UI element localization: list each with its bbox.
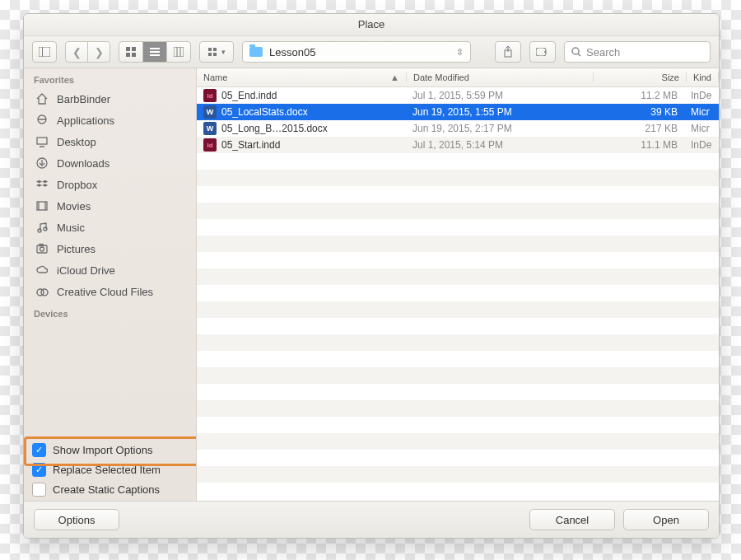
file-kind: Micr	[684, 123, 719, 134]
svg-rect-15	[213, 53, 217, 56]
column-label: Kind	[693, 72, 711, 82]
sidebar-toggle[interactable]	[32, 41, 57, 63]
arrange-menu[interactable]: ▾	[199, 41, 234, 63]
svg-point-32	[40, 247, 44, 251]
empty-rows	[197, 153, 719, 499]
sidebar-item-label: Dropbox	[57, 179, 97, 191]
column-date[interactable]: Date Modified	[407, 72, 594, 82]
view-mode-segment[interactable]	[119, 41, 191, 63]
column-headers[interactable]: Name▲ Date Modified Size Kind	[197, 68, 719, 87]
file-row[interactable]: 05_End.indd Jul 1, 2015, 5:59 PM 11.2 MB…	[197, 87, 719, 104]
view-icons-button[interactable]	[119, 42, 143, 62]
sidebar-item-dropbox[interactable]: Dropbox	[24, 174, 196, 195]
place-dialog: Place ❮ ❯ ▾ Lesson05 ⇳ Search	[23, 13, 720, 539]
file-name: 05_Start.indd	[221, 139, 280, 151]
svg-rect-4	[126, 53, 130, 57]
svg-point-29	[38, 229, 41, 232]
file-row-selected[interactable]: 05_LocalStats.docx Jun 19, 2015, 1:55 PM…	[197, 104, 719, 120]
column-label: Size	[662, 72, 679, 82]
option-label: Replace Selected Item	[53, 464, 161, 476]
word-file-icon	[203, 105, 217, 119]
window-title: Place	[24, 14, 719, 36]
svg-rect-3	[132, 47, 136, 51]
sidebar-item-label: iCloud Drive	[57, 264, 115, 277]
replace-selected-item-checkbox[interactable]: Replace Selected Item	[32, 460, 188, 479]
option-label: Create Static Captions	[53, 483, 160, 496]
sidebar-item-downloads[interactable]: Downloads	[24, 152, 196, 174]
sidebar-item-music[interactable]: Music	[24, 217, 196, 238]
svg-rect-13	[213, 48, 217, 51]
sidebar-item-label: Movies	[57, 200, 91, 212]
sidebar-item-label: Pictures	[57, 243, 96, 255]
svg-rect-2	[126, 47, 130, 51]
sidebar-item-label: Applications	[57, 114, 114, 127]
view-list-button[interactable]	[143, 42, 167, 62]
chevron-updown-icon: ⇳	[456, 47, 464, 58]
nav-forward-button[interactable]: ❯	[88, 42, 110, 62]
sidebar-item-creative-cloud[interactable]: Creative Cloud Files	[24, 281, 196, 302]
file-row[interactable]: 05_Start.indd Jul 1, 2015, 5:14 PM 11.1 …	[197, 137, 719, 153]
file-date: Jun 19, 2015, 2:17 PM	[406, 123, 592, 134]
file-name: 05_End.indd	[221, 90, 277, 101]
nav-back-forward[interactable]: ❮ ❯	[65, 41, 110, 63]
svg-rect-12	[208, 48, 212, 51]
search-placeholder: Search	[586, 46, 620, 58]
cancel-button[interactable]: Cancel	[529, 509, 615, 530]
file-size: 11.2 MB	[592, 90, 684, 101]
column-size[interactable]: Size	[594, 72, 687, 82]
tags-button[interactable]	[529, 41, 556, 63]
file-name: 05_LocalStats.docx	[221, 106, 308, 118]
show-import-options-checkbox[interactable]: Show Import Options	[32, 440, 188, 460]
file-kind: InDe	[684, 90, 719, 101]
file-size: 11.1 MB	[592, 139, 684, 151]
sidebar-item-pictures[interactable]: Pictures	[24, 238, 196, 259]
svg-point-19	[544, 51, 546, 53]
share-button[interactable]	[495, 41, 521, 63]
import-options-block: Show Import Options Replace Selected Ite…	[24, 435, 196, 501]
sidebar-heading-devices: Devices	[24, 302, 196, 322]
search-icon	[571, 47, 581, 57]
sidebar-item-movies[interactable]: Movies	[24, 195, 196, 217]
sidebar-item-home[interactable]: BarbBinder	[24, 88, 196, 110]
path-popup[interactable]: Lesson05 ⇳	[242, 41, 471, 63]
svg-line-21	[578, 54, 580, 56]
file-size: 39 KB	[592, 106, 684, 118]
indesign-file-icon	[203, 138, 217, 152]
file-date: Jun 19, 2015, 1:55 PM	[406, 106, 592, 118]
view-columns-button[interactable]	[167, 42, 190, 62]
file-kind: Micr	[684, 106, 719, 118]
column-kind[interactable]: Kind	[687, 72, 719, 82]
file-rows: 05_End.indd Jul 1, 2015, 5:59 PM 11.2 MB…	[197, 87, 719, 501]
file-list-pane: Name▲ Date Modified Size Kind 05_End.ind…	[197, 68, 719, 501]
sidebar-item-label: Downloads	[57, 157, 110, 170]
svg-point-20	[572, 48, 579, 54]
sidebar-item-icloud[interactable]: iCloud Drive	[24, 259, 196, 281]
file-name: 05_Long_B…2015.docx	[221, 123, 328, 134]
file-row[interactable]: 05_Long_B…2015.docx Jun 19, 2015, 2:17 P…	[197, 120, 719, 137]
folder-icon	[249, 47, 263, 57]
nav-back-button[interactable]: ❮	[66, 42, 88, 62]
svg-rect-0	[39, 47, 50, 57]
svg-point-30	[44, 227, 47, 231]
svg-rect-5	[132, 53, 136, 57]
create-static-captions-checkbox[interactable]: Create Static Captions	[32, 479, 188, 499]
sidebar-item-label: Creative Cloud Files	[57, 286, 153, 298]
options-button[interactable]: Options	[34, 509, 119, 530]
sidebar-item-desktop[interactable]: Desktop	[24, 131, 196, 152]
sidebar-item-applications[interactable]: Applications	[24, 110, 196, 131]
search-field[interactable]: Search	[564, 41, 711, 63]
open-button[interactable]: Open	[623, 509, 709, 530]
current-folder-label: Lesson05	[269, 46, 315, 58]
column-name[interactable]: Name▲	[197, 72, 407, 82]
sidebar-heading-favorites: Favorites	[24, 68, 196, 88]
svg-rect-14	[208, 53, 212, 56]
file-date: Jul 1, 2015, 5:59 PM	[406, 90, 592, 101]
column-label: Date Modified	[413, 72, 469, 82]
file-date: Jul 1, 2015, 5:14 PM	[406, 139, 592, 151]
file-size: 217 KB	[592, 123, 684, 134]
svg-rect-9	[174, 47, 184, 57]
indesign-file-icon	[203, 89, 217, 102]
svg-rect-22	[37, 138, 47, 144]
toolbar: ❮ ❯ ▾ Lesson05 ⇳ Search	[24, 36, 719, 68]
sidebar-item-label: Music	[57, 222, 85, 234]
